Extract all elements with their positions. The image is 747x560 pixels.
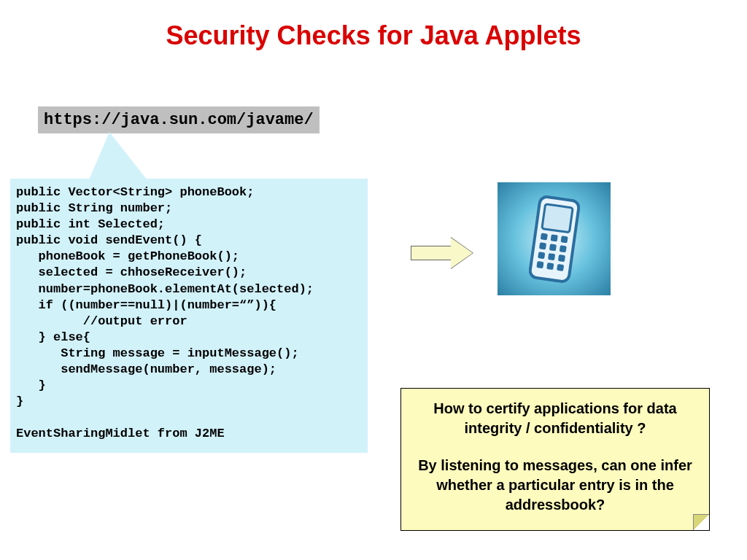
- page-corner-fold-icon: [693, 514, 709, 530]
- svg-rect-13: [557, 263, 564, 271]
- arrow-right-icon: [411, 238, 473, 268]
- svg-rect-11: [536, 261, 543, 268]
- svg-rect-9: [548, 253, 555, 260]
- note-line-2: By listening to messages, can one infer …: [414, 456, 696, 515]
- svg-rect-12: [546, 262, 554, 269]
- svg-rect-8: [538, 252, 545, 259]
- code-block: public Vector<String> phoneBook; public …: [10, 179, 368, 453]
- svg-rect-5: [538, 242, 546, 249]
- svg-rect-3: [550, 234, 557, 241]
- svg-rect-4: [560, 236, 568, 243]
- svg-rect-10: [557, 254, 565, 262]
- svg-rect-7: [559, 245, 566, 252]
- question-note: How to certify applications for data int…: [400, 388, 710, 531]
- phone-image: [498, 182, 611, 295]
- callout-pointer: [88, 132, 150, 183]
- note-line-1: How to certify applications for data int…: [414, 399, 696, 438]
- url-bar: https://java.sun.com/javame/: [38, 106, 320, 133]
- svg-rect-2: [540, 233, 547, 240]
- svg-rect-1: [541, 203, 572, 232]
- slide-title: Security Checks for Java Applets: [0, 20, 747, 51]
- svg-rect-6: [549, 244, 556, 251]
